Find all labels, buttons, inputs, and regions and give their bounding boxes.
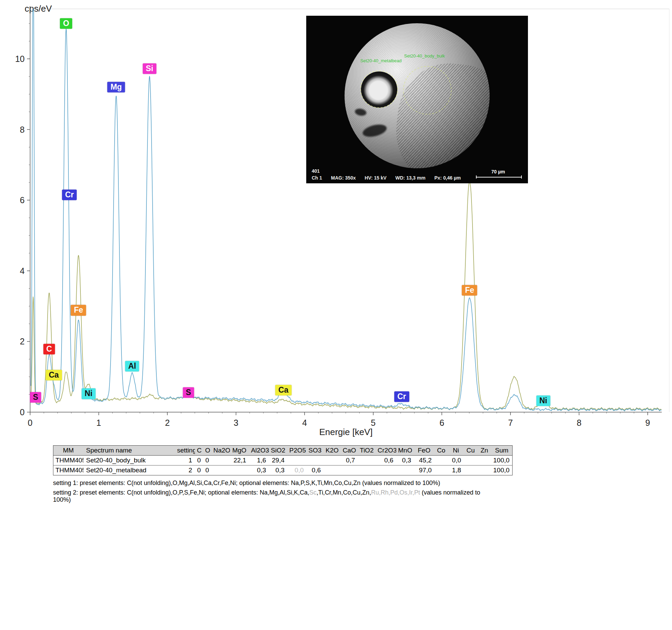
svg-text:2: 2 bbox=[20, 337, 25, 346]
table-cell: 0,3 bbox=[249, 465, 269, 475]
column-header-O: O bbox=[203, 446, 211, 456]
table-cell bbox=[324, 456, 341, 465]
table-cell bbox=[358, 465, 376, 475]
composition-section: MMSpectrum namesettingCONa2OMgOAl2O3SiO2… bbox=[53, 445, 498, 506]
column-header-Ni: Ni bbox=[448, 446, 464, 456]
svg-text:8: 8 bbox=[577, 418, 581, 428]
column-header-Zn: Zn bbox=[478, 446, 491, 456]
table-cell bbox=[358, 456, 376, 465]
table-cell bbox=[435, 456, 448, 465]
svg-text:0: 0 bbox=[20, 407, 25, 417]
table-cell: 0,3 bbox=[269, 465, 287, 475]
footnote-muted-text: Sc bbox=[309, 489, 316, 496]
column-header-MnO: MnO bbox=[396, 446, 414, 456]
column-header-CaO: CaO bbox=[341, 446, 358, 456]
svg-text:cps/eV: cps/eV bbox=[25, 3, 52, 14]
table-cell: 1,6 bbox=[249, 456, 269, 465]
svg-text:0: 0 bbox=[28, 418, 33, 428]
svg-text:7: 7 bbox=[508, 418, 513, 428]
table-cell bbox=[478, 456, 491, 465]
column-header-Sum: Sum bbox=[491, 446, 513, 456]
table-cell: 0 bbox=[203, 465, 211, 475]
svg-text:4: 4 bbox=[20, 266, 25, 276]
table-cell bbox=[230, 465, 249, 475]
svg-text:5: 5 bbox=[371, 418, 376, 428]
table-cell bbox=[396, 465, 414, 475]
eds-spectrum-chart: 02468100123456789cps/eVEnergie [keV] SCC… bbox=[0, 0, 672, 439]
svg-text:6: 6 bbox=[439, 418, 444, 428]
column-header-Cr2O3: Cr2O3 bbox=[376, 446, 396, 456]
table-cell: THMM405 bbox=[53, 465, 83, 475]
magnification-label: MAG: 350x bbox=[331, 175, 356, 181]
table-cell: 1,8 bbox=[448, 465, 464, 475]
svg-text:2: 2 bbox=[165, 418, 170, 428]
channel-label: Ch 1 bbox=[312, 175, 322, 181]
svg-text:3: 3 bbox=[234, 418, 238, 428]
sphere-dark-patch bbox=[361, 122, 388, 139]
table-cell bbox=[435, 465, 448, 475]
table-cell: 29,4 bbox=[269, 456, 287, 465]
column-header-SO3: SO3 bbox=[307, 446, 324, 456]
column-header-Spectrum-name: Spectrum name bbox=[83, 446, 175, 456]
table-cell: THMM405 bbox=[53, 456, 83, 465]
table-cell: 0,6 bbox=[307, 465, 324, 475]
table-cell: 100,0 bbox=[491, 456, 513, 465]
table-cell: 97,0 bbox=[414, 465, 435, 475]
table-cell bbox=[211, 456, 230, 465]
table-row: THMM405Set20-40_metalbead2000,30,30,00,6… bbox=[53, 465, 513, 475]
column-header-MM: MM bbox=[53, 446, 83, 456]
table-cell: Set20-40_metalbead bbox=[83, 465, 175, 475]
column-header-Al2O3: Al2O3 bbox=[249, 446, 269, 456]
roi-label-body-bulk: Set20-40_body_bulk bbox=[404, 53, 445, 58]
footnote-text: ,Ti,Cr,Mn,Co,Cu,Zn, bbox=[316, 489, 371, 496]
table-cell: 0,0 bbox=[448, 456, 464, 465]
table-cell: 0 bbox=[195, 465, 203, 475]
pixel-size-label: Px: 0,46 µm bbox=[434, 175, 461, 181]
table-cell bbox=[376, 465, 396, 475]
column-header-Cu: Cu bbox=[464, 446, 478, 456]
table-cell bbox=[287, 456, 307, 465]
column-header-C: C bbox=[195, 446, 203, 456]
footnote-text: setting 2: preset elements: C(not unfold… bbox=[53, 489, 309, 496]
table-cell: 2 bbox=[175, 465, 195, 475]
roi-label-metalbead: Set20-40_metalbead bbox=[360, 58, 402, 63]
table-cell bbox=[211, 465, 230, 475]
column-header-Na2O: Na2O bbox=[211, 446, 230, 456]
scale-bar-label: 70 µm bbox=[476, 169, 520, 174]
column-header-MgO: MgO bbox=[230, 446, 249, 456]
table-cell bbox=[464, 456, 478, 465]
footnote-setting-1: setting 1: preset elements: C(not unfold… bbox=[53, 480, 498, 487]
frame-id: 401 bbox=[312, 168, 320, 174]
svg-text:9: 9 bbox=[645, 418, 650, 428]
wd-label: WD: 13,3 mm bbox=[396, 175, 426, 181]
table-cell: 0,6 bbox=[376, 456, 396, 465]
table-cell: 22,1 bbox=[230, 456, 249, 465]
table-cell: 1 bbox=[175, 456, 195, 465]
table-cell: 0 bbox=[203, 456, 211, 465]
footnotes: setting 1: preset elements: C(not unfold… bbox=[53, 480, 498, 503]
svg-text:1: 1 bbox=[96, 418, 101, 428]
table-cell: 45,2 bbox=[414, 456, 435, 465]
table-cell bbox=[478, 465, 491, 475]
footnote-text: setting 1: preset elements: C(not unfold… bbox=[53, 480, 440, 486]
column-header-TiO2: TiO2 bbox=[358, 446, 376, 456]
roi-circle-metalbead bbox=[360, 70, 398, 108]
hv-label: HV: 15 kV bbox=[365, 175, 387, 181]
column-header-FeO: FeO bbox=[414, 446, 435, 456]
svg-text:Energie [keV]: Energie [keV] bbox=[319, 427, 373, 437]
table-header-row: MMSpectrum namesettingCONa2OMgOAl2O3SiO2… bbox=[53, 446, 513, 456]
table-cell: 0,0 bbox=[287, 465, 307, 475]
svg-text:4: 4 bbox=[302, 418, 307, 428]
table-cell: 0,7 bbox=[341, 456, 358, 465]
sem-inset: Set20-40_metalbead Set20-40_body_bulk 40… bbox=[306, 16, 528, 183]
svg-text:10: 10 bbox=[15, 54, 25, 64]
table-cell: 100,0 bbox=[491, 465, 513, 475]
footnote-muted-text: Ru,Rh,Pd,Os,Ir,Pt bbox=[371, 489, 420, 496]
table-cell bbox=[341, 465, 358, 475]
table-cell: 0,3 bbox=[396, 456, 414, 465]
table-cell bbox=[324, 465, 341, 475]
svg-text:8: 8 bbox=[20, 125, 25, 134]
scale-bar: 70 µm bbox=[476, 169, 520, 179]
composition-table: MMSpectrum namesettingCONa2OMgOAl2O3SiO2… bbox=[53, 445, 513, 475]
scale-bar-line bbox=[476, 175, 522, 179]
